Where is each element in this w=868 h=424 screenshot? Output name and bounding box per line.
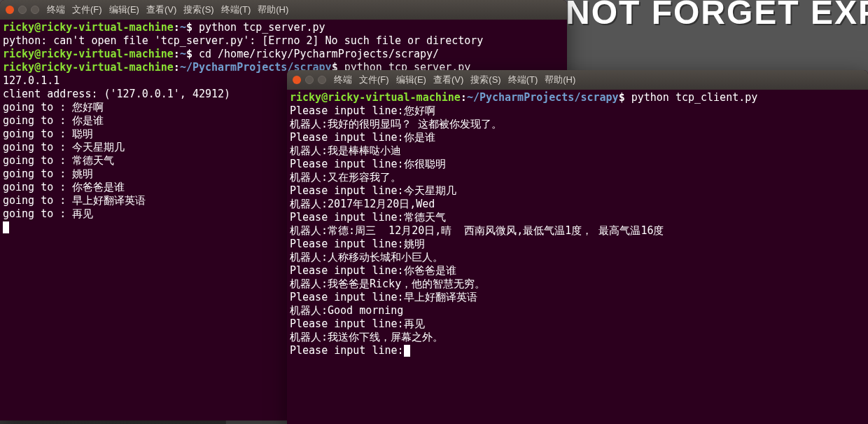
menu-edit[interactable]: 编辑(E) [394,74,428,86]
menu-view[interactable]: 查看(V) [431,74,465,86]
close-icon[interactable] [293,76,301,84]
maximize-icon[interactable] [31,6,39,14]
close-icon[interactable] [6,6,14,14]
menu-help[interactable]: 帮助(H) [542,74,578,86]
menu-edit[interactable]: 编辑(E) [107,4,141,16]
menu-terminal[interactable]: 终端 [45,4,67,16]
menu-bar: 终端 文件(F) 编辑(E) 查看(V) 搜索(S) 终端(T) 帮助(H) [332,74,578,86]
minimize-icon[interactable] [18,6,27,14]
menu-bar: 终端 文件(F) 编辑(E) 查看(V) 搜索(S) 终端(T) 帮助(H) [45,4,290,16]
window-controls [6,6,39,14]
titlebar[interactable]: 终端 文件(F) 编辑(E) 查看(V) 搜索(S) 终端(T) 帮助(H) [0,0,567,20]
terminal-window-client[interactable]: 终端 文件(F) 编辑(E) 查看(V) 搜索(S) 终端(T) 帮助(H) r… [287,70,868,424]
minimize-icon[interactable] [305,76,314,84]
menu-terminal2[interactable]: 终端(T) [219,4,253,16]
menu-view[interactable]: 查看(V) [144,4,178,16]
menu-terminal[interactable]: 终端 [332,74,354,86]
window-controls [293,76,326,84]
menu-help[interactable]: 帮助(H) [255,4,290,16]
menu-search[interactable]: 搜索(S) [181,4,216,16]
menu-file[interactable]: 文件(F) [70,4,104,16]
titlebar[interactable]: 终端 文件(F) 编辑(E) 查看(V) 搜索(S) 终端(T) 帮助(H) [287,70,868,90]
menu-terminal2[interactable]: 终端(T) [506,74,540,86]
maximize-icon[interactable] [318,76,326,84]
terminal-output[interactable]: ricky@ricky-virtual-machine:~/PycharmPro… [287,90,868,424]
menu-file[interactable]: 文件(F) [357,74,391,86]
menu-search[interactable]: 搜索(S) [468,74,503,86]
